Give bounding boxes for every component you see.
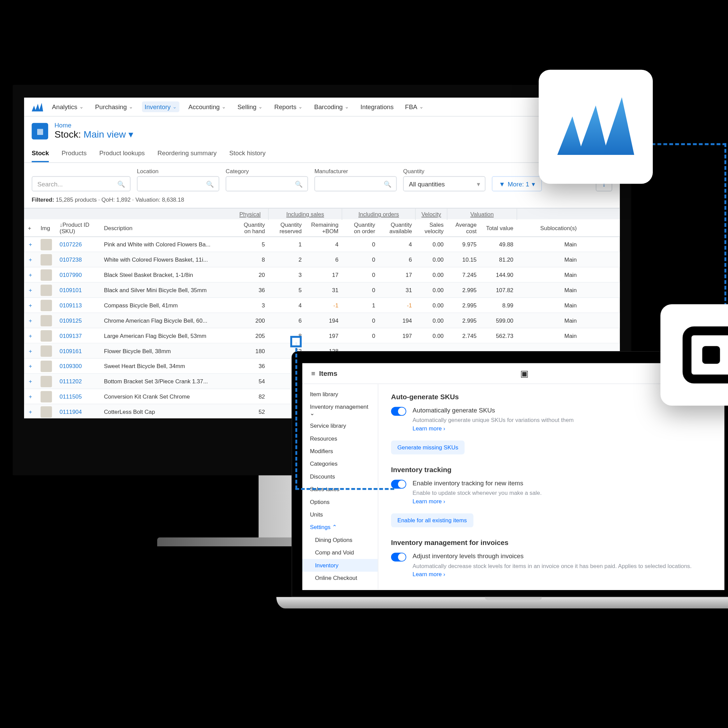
table-row[interactable]: +0107226Pink and White with Colored Flow… [24, 237, 620, 252]
cell-sublocation: Main [517, 255, 581, 264]
nav-reports[interactable]: Reports ⌄ [272, 101, 305, 112]
nav-barcoding[interactable]: Barcoding ⌄ [312, 101, 352, 112]
expand-row-icon[interactable]: + [24, 240, 37, 249]
expand-row-icon[interactable]: + [24, 301, 37, 309]
sidebar-item-categories[interactable]: Categories [302, 457, 378, 470]
nav-accounting[interactable]: Accounting ⌄ [186, 101, 228, 112]
breadcrumb[interactable]: Home [55, 122, 133, 129]
tab-stock[interactable]: Stock [32, 145, 49, 162]
product-sku-link[interactable]: 0109137 [56, 331, 100, 340]
sidebar-item-discounts[interactable]: Discounts [302, 470, 378, 483]
sidebar-item-units[interactable]: Units [302, 508, 378, 521]
sidebar-item-item-library[interactable]: Item library [302, 388, 378, 400]
col-description[interactable]: Description [100, 223, 232, 232]
table-row[interactable]: +0109125Chrome American Flag Bicycle Bel… [24, 313, 620, 329]
sidebar-item-inventory[interactable]: Inventory [302, 559, 378, 571]
col-reserved[interactable]: Quantity reserved [269, 220, 305, 236]
table-row[interactable]: +0107238White with Colored Flowers Baske… [24, 252, 620, 268]
col-avg-cost[interactable]: Average cost [447, 220, 480, 236]
sidebar-item-sales-taxes[interactable]: Sales taxes [302, 483, 378, 496]
quantity-filter[interactable]: All quantities▾ [403, 176, 486, 191]
chevron-down-icon: ⌄ [173, 104, 177, 110]
view-selector[interactable]: Main view ▾ [84, 129, 133, 140]
more-filters-button[interactable]: ▼ More: 1 ▾ [492, 176, 541, 191]
product-sku-link[interactable]: 0109161 [56, 346, 100, 355]
expand-row-icon[interactable]: + [24, 285, 37, 294]
col-product-id[interactable]: ↓Product ID (SKU) [56, 220, 100, 236]
product-sku-link[interactable]: 0107226 [56, 240, 100, 249]
auto-sku-learn-more[interactable]: Learn more › [413, 425, 445, 432]
nav-selling[interactable]: Selling ⌄ [235, 101, 265, 112]
col-img[interactable]: Img [37, 223, 56, 232]
tracking-learn-more[interactable]: Learn more › [413, 498, 445, 505]
sidebar-item-comp-and-void[interactable]: Comp and Void [302, 546, 378, 559]
product-sku-link[interactable]: 0109125 [56, 316, 100, 325]
toggle-invoices[interactable] [391, 553, 406, 561]
cell-qoh: 180 [232, 346, 268, 355]
invoices-learn-more[interactable]: Learn more › [413, 571, 445, 578]
expand-column-header[interactable]: + [24, 223, 37, 232]
table-row[interactable]: +0109137Large American Flag Bicycle Bell… [24, 329, 620, 344]
expand-row-icon[interactable]: + [24, 331, 37, 340]
expand-row-icon[interactable]: + [24, 362, 37, 370]
product-description: White with Colored Flowers Basket, 11i..… [100, 255, 232, 264]
cell-available: 197 [379, 331, 416, 340]
product-sku-link[interactable]: 0109300 [56, 362, 100, 370]
product-sku-link[interactable]: 0107238 [56, 255, 100, 264]
tab-stock-history[interactable]: Stock history [229, 145, 266, 162]
tab-reordering-summary[interactable]: Reordering summary [158, 145, 217, 162]
tab-products[interactable]: Products [62, 145, 87, 162]
expand-row-icon[interactable]: + [24, 316, 37, 325]
toggle-auto-sku[interactable] [391, 407, 406, 416]
product-sku-link[interactable]: 0109101 [56, 285, 100, 294]
cell-velocity: 0.00 [416, 240, 448, 249]
expand-row-icon[interactable]: + [24, 255, 37, 264]
sidebar-item-dining-options[interactable]: Dining Options [302, 534, 378, 546]
expand-row-icon[interactable]: + [24, 377, 37, 386]
col-available[interactable]: Quantity available [379, 220, 416, 236]
product-sku-link[interactable]: 0111904 [56, 407, 100, 416]
manufacturer-filter[interactable]: 🔍 [315, 176, 397, 191]
sidebar-item-inventory-management[interactable]: Inventory management ⌄ [302, 401, 378, 420]
expand-row-icon[interactable]: + [24, 271, 37, 279]
sidebar-item-modifiers[interactable]: Modifiers [302, 445, 378, 457]
product-thumb [41, 284, 52, 296]
connector-line [652, 143, 726, 145]
page-header: ▦ Home Stock: Main view ▾ Export▾ [24, 116, 620, 145]
col-qoh[interactable]: Quantity on hand [232, 220, 268, 236]
category-filter[interactable]: 🔍 [226, 176, 308, 191]
cell-qoh: 54 [232, 377, 268, 386]
enable-existing-button[interactable]: Enable for all existing items [391, 514, 473, 528]
location-filter[interactable]: 🔍 [137, 176, 219, 191]
product-sku-link[interactable]: 0111505 [56, 392, 100, 401]
nav-fba[interactable]: FBA ⌄ [402, 101, 426, 112]
table-row[interactable]: +0107990Black Steel Basket Bracket, 1-1/… [24, 268, 620, 283]
sidebar-item-service-library[interactable]: Service library [302, 420, 378, 432]
col-on-order[interactable]: Quantity on order [342, 220, 379, 236]
table-row[interactable]: +0109113Compass Bicycle Bell, 41mm34-11-… [24, 298, 620, 313]
table-row[interactable]: +0109101Black and Silver Mini Bicycle Be… [24, 283, 620, 298]
generate-skus-button[interactable]: Generate missing SKUs [391, 440, 465, 454]
col-total-value[interactable]: Total value [480, 223, 517, 232]
toggle-tracking[interactable] [391, 480, 406, 489]
nav-analytics[interactable]: Analytics ⌄ [49, 101, 86, 112]
expand-row-icon[interactable]: + [24, 407, 37, 416]
product-sku-link[interactable]: 0109113 [56, 301, 100, 309]
nav-inventory[interactable]: Inventory ⌄ [142, 101, 180, 112]
product-sku-link[interactable]: 0107990 [56, 271, 100, 279]
expand-row-icon[interactable]: + [24, 392, 37, 401]
sidebar-item-resources[interactable]: Resources [302, 432, 378, 445]
col-sublocations[interactable]: Sublocation(s) [517, 223, 581, 232]
menu-icon[interactable]: ≡ Items [311, 369, 337, 377]
sidebar-item-settings[interactable]: Settings ⌃ [302, 521, 378, 534]
product-sku-link[interactable]: 0111202 [56, 377, 100, 386]
tab-product-lookups[interactable]: Product lookups [99, 145, 145, 162]
search-input[interactable]: Search... 🔍 [32, 176, 131, 191]
sidebar-item-options[interactable]: Options [302, 496, 378, 508]
col-velocity[interactable]: Sales velocity [416, 220, 448, 236]
col-remaining[interactable]: Remaining +BOM [305, 220, 342, 236]
sidebar-item-online-checkout[interactable]: Online Checkout [302, 572, 378, 584]
nav-purchasing[interactable]: Purchasing ⌄ [93, 101, 136, 112]
expand-row-icon[interactable]: + [24, 346, 37, 355]
nav-integrations[interactable]: Integrations [358, 101, 396, 112]
